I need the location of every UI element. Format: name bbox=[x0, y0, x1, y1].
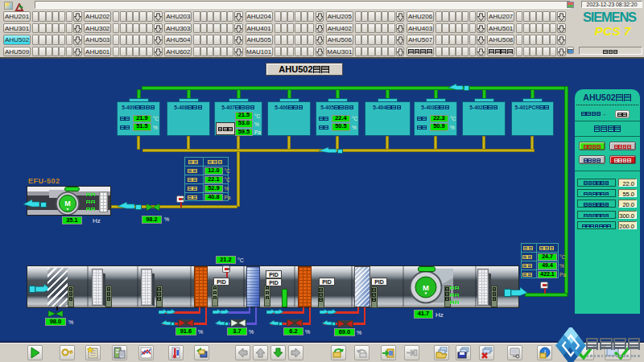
svg-text:M: M bbox=[423, 283, 429, 292]
svg-text:M: M bbox=[64, 200, 71, 208]
